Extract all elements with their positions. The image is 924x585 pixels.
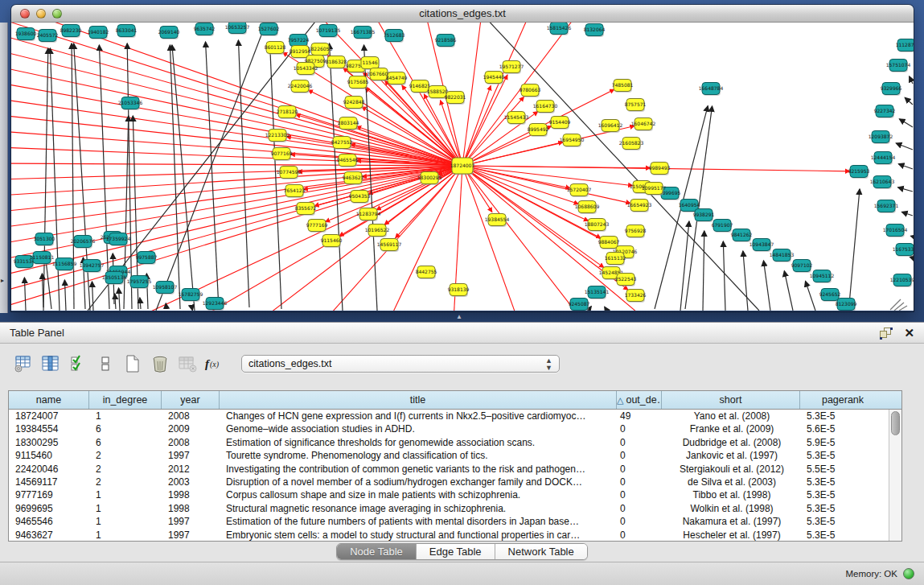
graph-node[interactable]: 14569117 <box>377 239 402 253</box>
graph-node[interactable]: 9227342 <box>874 105 896 119</box>
graph-node[interactable]: 12213302 <box>265 130 290 143</box>
graph-node[interactable]: 1733426 <box>625 290 647 303</box>
graph-node[interactable]: 9077169 <box>271 148 293 162</box>
table-row[interactable]: 969969511998Structural magnetic resonanc… <box>9 502 889 515</box>
graph-node[interactable]: 9218586 <box>435 35 457 48</box>
graph-node[interactable]: 16654923 <box>627 200 652 213</box>
table-row[interactable]: 946554611997Estimation of the future num… <box>9 515 889 528</box>
table-body[interactable]: 1872400712008Changes of HCN gene express… <box>9 410 889 541</box>
graph-node[interactable]: 15720407 <box>567 184 592 198</box>
new-file-icon[interactable] <box>121 352 145 376</box>
graph-node[interactable]: 1938600 <box>15 28 37 42</box>
graph-node[interactable]: 7485081 <box>612 80 634 93</box>
graph-node[interactable]: 8454749 <box>386 72 408 86</box>
graph-node[interactable]: 9504353 <box>349 191 371 204</box>
graph-node[interactable]: 12093872 <box>869 131 893 145</box>
delete-icon[interactable] <box>148 352 172 376</box>
graph-node[interactable]: 8442755 <box>416 266 437 280</box>
function-icon[interactable]: f(x) <box>203 352 227 376</box>
graph-node[interactable]: 10958107 <box>153 282 178 295</box>
table-column-icon[interactable] <box>39 352 63 376</box>
table-selector-dropdown[interactable]: citations_edges.txt ▲▼ <box>241 355 560 373</box>
graph-node[interactable]: 1527602 <box>258 23 280 37</box>
graph-node[interactable]: 2522543 <box>615 274 637 287</box>
column-header-in_degree[interactable]: in_degree <box>89 391 162 409</box>
graph-node[interactable]: 16782759 <box>179 289 203 303</box>
network-graph[interactable]: 1938600240557289822301940182863304120691… <box>11 23 914 311</box>
panel-collapse-arrow[interactable]: ▸ <box>1 277 4 284</box>
graph-node[interactable]: 9115460 <box>321 235 343 249</box>
column-header-pagerank[interactable]: pagerank <box>800 391 885 409</box>
graph-node[interactable]: 10196522 <box>365 225 390 238</box>
graph-hub-node[interactable]: 18724007 <box>450 158 475 175</box>
graph-node[interactable]: 1112874 <box>896 39 914 53</box>
graph-node[interactable]: 6791907 <box>712 220 733 233</box>
graph-node[interactable]: 11545433 <box>504 112 529 126</box>
graph-node[interactable]: 19571277 <box>499 61 524 75</box>
graph-node[interactable]: 9780663 <box>519 84 541 98</box>
graph-node[interactable]: 9756928 <box>625 225 647 239</box>
graph-node[interactable]: 22420046 <box>288 80 313 94</box>
table-row[interactable]: 977716911998Corpus callosum shape and si… <box>9 488 889 501</box>
minimize-window-button[interactable] <box>36 9 46 19</box>
graph-node[interactable]: 9635742 <box>194 23 216 37</box>
table-row[interactable]: 1872400712008Changes of HCN gene express… <box>9 410 889 422</box>
graph-node[interactable]: 16096412 <box>598 120 623 134</box>
tab-edge-table[interactable]: Edge Table <box>417 544 495 559</box>
rows-icon[interactable] <box>93 352 117 376</box>
graph-node[interactable]: 8123099 <box>836 299 857 311</box>
graph-node[interactable]: 1940182 <box>88 27 109 40</box>
graph-node[interactable]: 10653257 <box>225 23 250 35</box>
tab-network-table[interactable]: Network Table <box>495 544 587 559</box>
column-header-out_de[interactable]: △out_de… <box>617 391 662 409</box>
graph-node[interactable]: 8757571 <box>625 99 647 113</box>
column-header-year[interactable]: year <box>162 391 220 409</box>
graph-node[interactable]: 2405572 <box>37 30 59 43</box>
graph-node[interactable]: 8601128 <box>265 42 286 56</box>
network-window-titlebar[interactable]: citations_edges.txt <box>11 5 914 23</box>
network-canvas[interactable]: 1938600240557289822301940182863304120691… <box>11 23 914 311</box>
column-header-short[interactable]: short <box>662 391 800 409</box>
graph-node[interactable]: 11675333 <box>893 244 914 257</box>
graph-node[interactable]: 19384554 <box>485 214 510 228</box>
graph-node[interactable]: 1945440 <box>483 72 505 85</box>
graph-node[interactable]: 13942757 <box>80 260 105 274</box>
graph-node[interactable]: 15135141 <box>585 286 610 300</box>
graph-node[interactable]: 16210643 <box>870 176 895 190</box>
graph-node[interactable]: 9822031 <box>445 92 466 105</box>
graph-node[interactable]: 9841262 <box>731 229 753 243</box>
graph-node[interactable]: 2069140 <box>158 27 180 40</box>
graph-node[interactable]: 16164730 <box>533 101 558 114</box>
graph-node[interactable]: 8355672 <box>295 203 317 216</box>
graph-node[interactable]: 11283794 <box>356 208 381 222</box>
table-row[interactable]: 1830029562008Estimation of significance … <box>9 436 889 449</box>
graph-node[interactable]: 9242848 <box>343 97 365 110</box>
graph-node[interactable]: 12923446 <box>203 298 228 311</box>
table-row[interactable]: 946362711997Embryonic stem cells: a mode… <box>9 529 889 541</box>
graph-node[interactable]: 2718120 <box>277 106 298 120</box>
tab-node-table[interactable]: Node Table <box>337 544 417 559</box>
table-scrollbar[interactable] <box>889 410 901 541</box>
table-settings-icon[interactable] <box>11 352 35 376</box>
graph-node[interactable]: 18226058 <box>308 43 333 57</box>
graph-node[interactable]: 9989493 <box>649 163 671 176</box>
graph-node[interactable]: 12444154 <box>871 152 896 166</box>
graph-node[interactable]: 13505135 <box>102 272 127 286</box>
graph-node[interactable]: 10945112 <box>810 270 835 284</box>
graph-node[interactable]: 9097102 <box>791 260 813 274</box>
graph-node[interactable]: 9175685 <box>347 76 369 90</box>
window-resize-arrow[interactable]: ▲ <box>456 313 462 320</box>
graph-node[interactable]: 8427552 <box>331 137 353 150</box>
row-checks-icon[interactable] <box>66 352 90 376</box>
graph-node[interactable]: 18807243 <box>585 219 610 233</box>
graph-node[interactable]: 3051300 <box>34 233 55 247</box>
table-row[interactable]: 1456911722003Disruption of a novel membe… <box>9 476 889 488</box>
graph-node[interactable]: 16671385 <box>351 27 376 40</box>
graph-node[interactable]: 17957255 <box>127 276 152 290</box>
graph-node[interactable]: 7512683 <box>384 30 405 43</box>
graph-node[interactable]: 9938291 <box>693 209 715 223</box>
table-row[interactable]: 911546021997Tourette syndrome. Phenomeno… <box>9 449 889 462</box>
close-window-button[interactable] <box>20 9 30 19</box>
graph-node[interactable]: 20206576 <box>71 236 96 249</box>
graph-node[interactable]: 8982230 <box>60 25 82 39</box>
